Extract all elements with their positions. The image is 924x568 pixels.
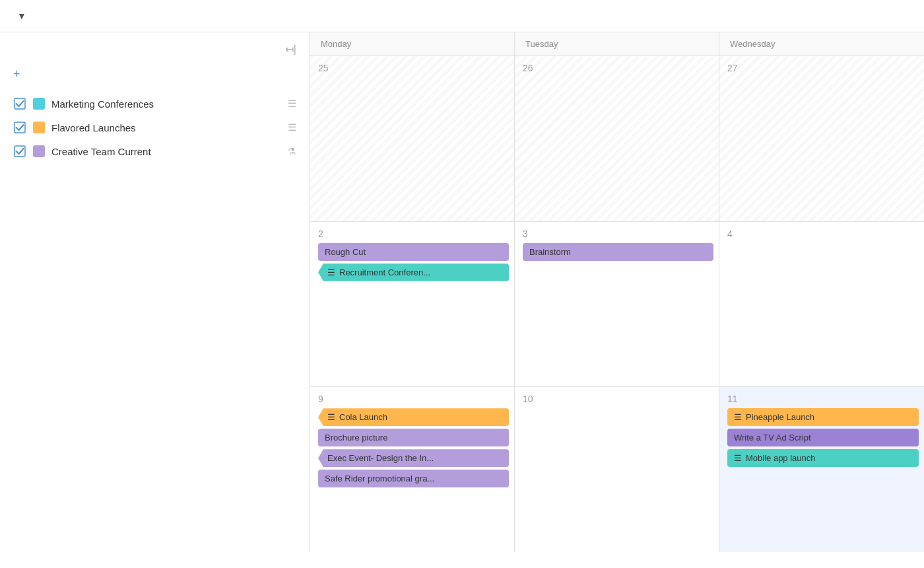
day-headers: MondayTuesdayWednesday [310, 32, 924, 56]
checkbox-marketing[interactable] [13, 97, 26, 110]
day-number-0-0: 25 [318, 63, 509, 73]
week-row-1: 2Rough Cut☰Recruitment Conferen...3Brain… [310, 222, 924, 388]
color-dot-creative [33, 145, 45, 157]
day-cell-2-2: 11☰Pineapple LaunchWrite a TV Ad Script☰… [719, 387, 924, 552]
color-dot-marketing [33, 98, 45, 110]
day-cell-1-2: 4 [719, 222, 924, 387]
cal-name-creative: Creative Team Current [51, 146, 281, 157]
check-svg-creative [14, 145, 26, 157]
top-bar: ▼ [0, 0, 924, 32]
cal-name-flavored: Flavored Launches [51, 122, 281, 133]
check-svg-marketing [14, 98, 26, 110]
doc-icon-flavored: ☰ [288, 122, 296, 133]
filter-icon-creative: ⚗ [288, 146, 296, 157]
event-doc-icon: ☰ [327, 267, 335, 277]
day-cell-2-1: 10 [515, 387, 719, 552]
day-number-2-1: 10 [523, 394, 713, 404]
event-doc-icon: ☰ [734, 412, 742, 422]
color-dot-flavored [33, 122, 45, 133]
doc-icon-marketing: ☰ [288, 98, 296, 110]
day-cell-1-0: 2Rough Cut☰Recruitment Conferen... [310, 222, 515, 387]
day-number-2-2: 11 [727, 394, 919, 404]
day-cell-2-0: 9☰Cola LaunchBrochure pictureExec Event-… [310, 387, 515, 552]
day-number-0-2: 27 [727, 63, 919, 73]
event-doc-icon: ☰ [327, 412, 335, 422]
day-number-1-1: 3 [523, 229, 713, 239]
today-button[interactable] [50, 15, 55, 17]
event-label: Cola Launch [339, 412, 387, 422]
event-1-0-0[interactable]: Rough Cut [318, 243, 509, 261]
day-cell-0-1: 26 [515, 56, 719, 221]
event-doc-icon: ☰ [734, 453, 742, 463]
event-label: Write a TV Ad Script [734, 433, 811, 443]
event-2-0-0[interactable]: ☰Cola Launch [318, 408, 509, 426]
calendar-list: Marketing Conferences ☰ Flavored Launche… [0, 92, 310, 163]
calendar-area: MondayTuesdayWednesday 2526272Rough Cut☰… [310, 32, 924, 552]
event-1-1-0[interactable]: Brainstorm [523, 243, 713, 261]
month-dropdown-icon[interactable]: ▼ [17, 11, 26, 21]
event-2-0-2[interactable]: Exec Event- Design the In... [318, 449, 509, 467]
plus-icon: + [13, 67, 20, 81]
prev-button[interactable] [34, 15, 42, 17]
event-2-2-0[interactable]: ☰Pineapple Launch [727, 408, 919, 426]
day-number-0-1: 26 [523, 63, 713, 73]
main-layout: ↤| + Marketing Conferences ☰ Flavored La [0, 32, 924, 552]
day-header-tuesday: Tuesday [515, 32, 719, 55]
collapse-button[interactable]: ↤| [285, 43, 296, 55]
next-button[interactable] [63, 15, 71, 17]
event-label: Rough Cut [325, 247, 366, 257]
event-label: Safe Rider promotional gra... [325, 474, 434, 483]
sidebar: ↤| + Marketing Conferences ☰ Flavored La [0, 32, 310, 552]
day-number-2-0: 9 [318, 394, 509, 404]
event-2-0-3[interactable]: Safe Rider promotional gra... [318, 470, 509, 487]
event-label: Brainstorm [529, 247, 571, 257]
sidebar-item-marketing[interactable]: Marketing Conferences ☰ [0, 92, 310, 116]
sidebar-item-flavored[interactable]: Flavored Launches ☰ [0, 116, 310, 139]
event-2-2-2[interactable]: ☰Mobile app launch [727, 449, 919, 467]
check-svg-flavored [14, 122, 26, 133]
week-row-0: 252627 [310, 56, 924, 222]
cal-name-marketing: Marketing Conferences [51, 98, 281, 110]
sidebar-header: ↤| [0, 43, 310, 63]
event-1-0-1[interactable]: ☰Recruitment Conferen... [318, 264, 509, 281]
event-label: Exec Event- Design the In... [327, 453, 434, 463]
new-calendar-button[interactable]: + [0, 63, 38, 92]
event-label: Mobile app launch [746, 453, 816, 463]
day-cell-1-1: 3Brainstorm [515, 222, 719, 387]
event-2-0-1[interactable]: Brochure picture [318, 429, 509, 446]
event-label: Pineapple Launch [746, 412, 814, 422]
day-header-monday: Monday [310, 32, 515, 55]
weeks-container: 2526272Rough Cut☰Recruitment Conferen...… [310, 56, 924, 552]
day-number-1-0: 2 [318, 229, 509, 239]
day-number-1-2: 4 [727, 229, 919, 239]
checkbox-flavored[interactable] [13, 121, 26, 134]
event-label: Recruitment Conferen... [339, 267, 430, 277]
day-cell-0-0: 25 [310, 56, 515, 221]
collapse-icon: ↤| [285, 43, 296, 55]
event-label: Brochure picture [325, 433, 387, 443]
day-cell-0-2: 27 [719, 56, 924, 221]
sidebar-item-creative[interactable]: Creative Team Current ⚗ [0, 139, 310, 163]
checkbox-creative[interactable] [13, 145, 26, 158]
week-row-2: 9☰Cola LaunchBrochure pictureExec Event-… [310, 387, 924, 552]
event-2-2-1[interactable]: Write a TV Ad Script [727, 429, 919, 446]
day-header-wednesday: Wednesday [719, 32, 924, 55]
month-year-title: ▼ [13, 11, 26, 21]
